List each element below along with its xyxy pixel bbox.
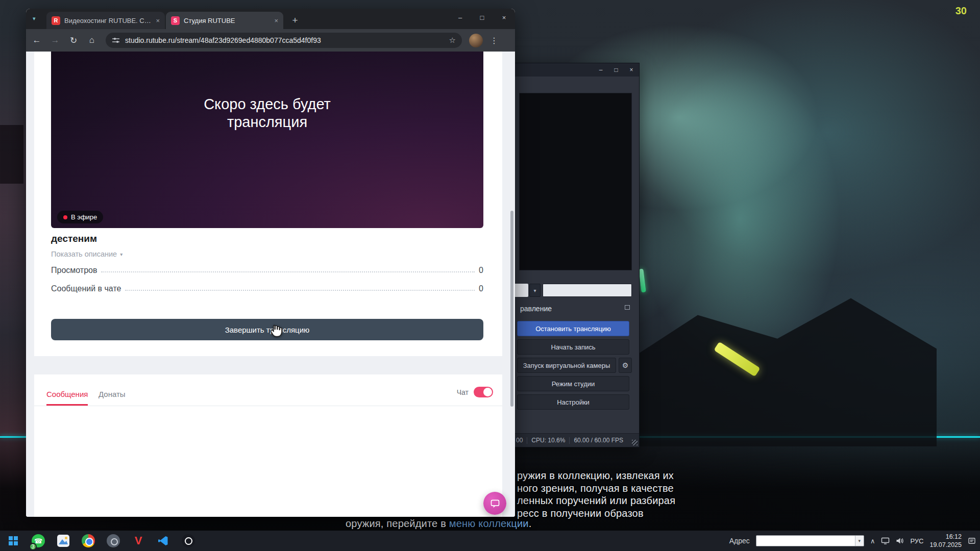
taskbar-whatsapp-icon[interactable]: ☎ 3: [29, 532, 47, 550]
game-subtitle-line: ленных поручений или разбирая: [517, 495, 675, 507]
obs-settings-button[interactable]: Настройки: [517, 394, 629, 410]
gear-icon: ⚙: [622, 361, 629, 369]
bookmark-star-icon[interactable]: ☆: [449, 36, 456, 45]
taskbar-app-icon[interactable]: [104, 532, 122, 550]
address-bar[interactable]: studio.rutube.ru/stream/48af23d9269ed488…: [106, 33, 462, 48]
dotted-leader: [101, 271, 475, 272]
obs-titlebar[interactable]: – □ ×: [506, 63, 639, 77]
views-value: 0: [479, 266, 483, 275]
obs-maximize-button[interactable]: □: [608, 63, 624, 77]
obs-resize-grip[interactable]: [632, 440, 638, 445]
address-toolbar-input[interactable]: [756, 536, 855, 546]
site-settings-icon: [112, 36, 120, 44]
volume-icon[interactable]: [896, 537, 904, 544]
chat-bubble-icon: [490, 498, 500, 509]
obs-start-recording-button[interactable]: Начать запись: [517, 339, 629, 355]
subtitle-text: .: [529, 518, 532, 529]
obs-text-field[interactable]: [543, 284, 632, 297]
game-subtitle-line: ружия в коллекцию, извлекая их: [517, 470, 674, 482]
show-description-link[interactable]: Показать описание ▾: [51, 250, 122, 258]
tab-close-icon[interactable]: ×: [274, 17, 278, 24]
taskbar-obs-icon[interactable]: [179, 532, 198, 550]
tray-chevron-up-icon[interactable]: ∧: [870, 537, 875, 545]
taskbar-clock[interactable]: 16:12 19.07.2025: [929, 533, 962, 549]
end-stream-button[interactable]: Завершить трансляцию: [51, 319, 483, 340]
back-button[interactable]: ←: [29, 33, 44, 48]
new-tab-button[interactable]: +: [288, 14, 302, 27]
taskbar-apps: ☎ 3 V: [4, 532, 198, 550]
game-glow-object: [639, 269, 646, 293]
game-left-panel: [0, 125, 23, 184]
forward-button[interactable]: →: [47, 33, 63, 48]
game-fps-counter: 30: [955, 5, 967, 17]
reload-button[interactable]: ↻: [66, 33, 81, 48]
stream-preview: Скоро здесь будет трансляция В эфире: [51, 52, 483, 228]
tab-list-chevron-icon[interactable]: ▾: [33, 15, 36, 22]
chat-toggle[interactable]: [474, 387, 493, 397]
preview-heading: Скоро здесь будет трансляция: [183, 95, 352, 131]
taskbar-vscode-icon[interactable]: [154, 532, 173, 550]
action-center-icon[interactable]: [968, 537, 976, 545]
start-button[interactable]: [4, 532, 22, 550]
window-maximize-button[interactable]: □: [471, 9, 493, 26]
network-icon[interactable]: [881, 537, 890, 545]
support-widget-button[interactable]: [483, 492, 506, 515]
clock-date: 19.07.2025: [929, 541, 962, 549]
obs-studio-mode-button[interactable]: Режим студии: [517, 376, 629, 391]
browser-tab-rutube-home[interactable]: R Видеохостинг RUTUBE. Смотр ×: [46, 12, 165, 29]
obs-close-button[interactable]: ×: [624, 63, 639, 77]
generic-app-icon: [107, 534, 120, 547]
obs-controls-panel-title: равление: [520, 303, 552, 314]
window-close-button[interactable]: ×: [493, 9, 515, 26]
obs-minimize-button[interactable]: –: [593, 63, 608, 77]
url-text[interactable]: studio.rutube.ru/stream/48af23d9269ed488…: [125, 36, 449, 44]
window-minimize-button[interactable]: –: [449, 9, 471, 26]
obs-virtual-camera-button[interactable]: Запуск виртуальной камеры: [517, 358, 616, 373]
obs-stop-streaming-button[interactable]: Остановить трансляцию: [517, 321, 629, 336]
taskbar-photos-icon[interactable]: [54, 532, 72, 550]
tab-close-icon[interactable]: ×: [156, 17, 160, 24]
game-collection-menu-link: меню коллекции: [449, 518, 529, 529]
obs-status-bar: 00 CPU: 10.6% 60.00 / 60.00 FPS: [506, 433, 639, 447]
views-stat-row: Просмотров 0: [51, 264, 483, 275]
clock-time: 16:12: [929, 533, 962, 541]
obs-fps: 60.00 / 60.00 FPS: [574, 437, 623, 444]
address-caret-icon[interactable]: ▾: [855, 536, 864, 546]
tab-donations[interactable]: Донаты: [99, 374, 126, 406]
obs-virtual-camera-settings-gear-icon[interactable]: ⚙: [619, 358, 632, 373]
home-button[interactable]: ⌂: [84, 33, 100, 48]
tab-messages[interactable]: Сообщения: [46, 374, 88, 406]
browser-tab-rutube-studio[interactable]: S Студия RUTUBE ×: [166, 12, 283, 29]
stream-title: дестеним: [51, 233, 97, 244]
live-badge: В эфире: [57, 211, 103, 223]
obs-scene-preview: [519, 93, 632, 270]
chat-toggle-label: Чат: [457, 388, 469, 396]
game-subtitle-line: ного зрения, получая в качестве: [517, 483, 674, 494]
language-indicator[interactable]: РУС: [910, 537, 923, 545]
obs-dropdown-caret-button[interactable]: ▾: [529, 284, 541, 297]
taskbar-chrome-icon[interactable]: [79, 532, 97, 550]
taskbar-vivaldi-icon[interactable]: V: [129, 532, 148, 550]
vivaldi-icon: V: [135, 534, 142, 547]
rutube-favicon: R: [52, 16, 60, 25]
browser-menu-icon[interactable]: ⋮: [487, 33, 501, 47]
obs-panel-popout-icon[interactable]: [625, 305, 630, 310]
page-scrollbar-thumb[interactable]: [510, 211, 513, 407]
dotted-leader: [125, 290, 475, 291]
obs-icon: [182, 534, 195, 547]
views-label: Просмотров: [51, 266, 97, 275]
page-content: Скоро здесь будет трансляция В эфире дес…: [26, 52, 515, 517]
obs-cpu-usage: CPU: 10.6%: [531, 437, 565, 444]
browser-window-controls: – □ ×: [449, 9, 515, 26]
game-subtitle-line: оружия, перейдите в меню коллекции.: [346, 518, 531, 530]
caret-down-icon: ▾: [533, 288, 536, 293]
desktop: 30 ружия в коллекцию, извлекая их ного з…: [0, 0, 980, 551]
profile-avatar[interactable]: [469, 34, 483, 47]
browser-toolbar: ← → ↻ ⌂ studio.rutube.ru/stream/48af23d9…: [26, 29, 515, 52]
chat-messages-value: 0: [479, 284, 483, 293]
live-badge-label: В эфире: [71, 213, 97, 221]
browser-tab-strip: ▾ R Видеохостинг RUTUBE. Смотр × S Студи…: [26, 9, 515, 29]
photos-icon: [57, 534, 70, 547]
taskbar-tray: Адрес ▾ ∧ РУС 16:12 19.07.2025: [729, 533, 976, 549]
taskbar: ☎ 3 V Адрес ▾ ∧: [0, 531, 980, 551]
